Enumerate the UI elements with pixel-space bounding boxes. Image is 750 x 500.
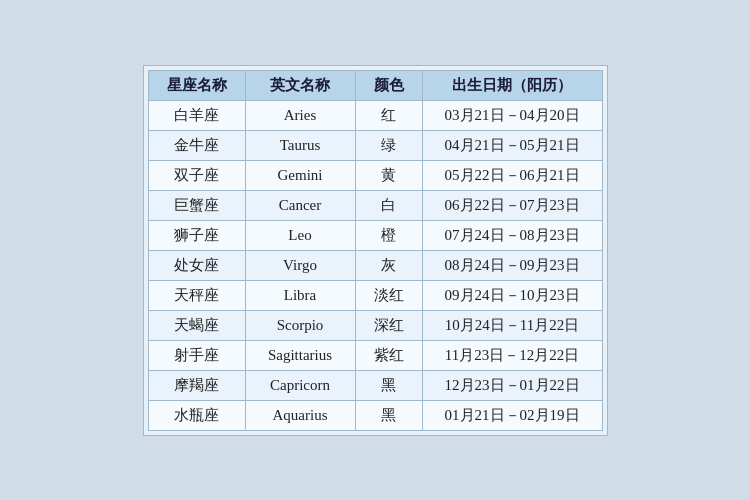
table-row: 双子座Gemini黄05月22日－06月21日 bbox=[148, 160, 602, 190]
cell-date: 03月21日－04月20日 bbox=[422, 100, 602, 130]
cell-zh: 水瓶座 bbox=[148, 400, 245, 430]
cell-en: Cancer bbox=[245, 190, 355, 220]
zodiac-table-container: 星座名称 英文名称 颜色 出生日期（阳历） 白羊座Aries红03月21日－04… bbox=[143, 65, 608, 436]
header-date: 出生日期（阳历） bbox=[422, 70, 602, 100]
cell-zh: 摩羯座 bbox=[148, 370, 245, 400]
cell-en: Leo bbox=[245, 220, 355, 250]
header-zh: 星座名称 bbox=[148, 70, 245, 100]
cell-color: 灰 bbox=[355, 250, 422, 280]
cell-en: Gemini bbox=[245, 160, 355, 190]
table-row: 摩羯座Capricorn黑12月23日－01月22日 bbox=[148, 370, 602, 400]
cell-date: 01月21日－02月19日 bbox=[422, 400, 602, 430]
cell-zh: 天秤座 bbox=[148, 280, 245, 310]
cell-date: 06月22日－07月23日 bbox=[422, 190, 602, 220]
table-row: 天蝎座Scorpio深红10月24日－11月22日 bbox=[148, 310, 602, 340]
cell-en: Sagittarius bbox=[245, 340, 355, 370]
cell-en: Taurus bbox=[245, 130, 355, 160]
table-row: 水瓶座Aquarius黑01月21日－02月19日 bbox=[148, 400, 602, 430]
cell-en: Scorpio bbox=[245, 310, 355, 340]
cell-date: 12月23日－01月22日 bbox=[422, 370, 602, 400]
table-row: 白羊座Aries红03月21日－04月20日 bbox=[148, 100, 602, 130]
cell-date: 07月24日－08月23日 bbox=[422, 220, 602, 250]
table-row: 处女座Virgo灰08月24日－09月23日 bbox=[148, 250, 602, 280]
cell-en: Libra bbox=[245, 280, 355, 310]
cell-date: 10月24日－11月22日 bbox=[422, 310, 602, 340]
cell-zh: 双子座 bbox=[148, 160, 245, 190]
header-en: 英文名称 bbox=[245, 70, 355, 100]
table-header-row: 星座名称 英文名称 颜色 出生日期（阳历） bbox=[148, 70, 602, 100]
cell-date: 08月24日－09月23日 bbox=[422, 250, 602, 280]
cell-color: 绿 bbox=[355, 130, 422, 160]
table-row: 天秤座Libra淡红09月24日－10月23日 bbox=[148, 280, 602, 310]
table-row: 射手座Sagittarius紫红11月23日－12月22日 bbox=[148, 340, 602, 370]
cell-zh: 白羊座 bbox=[148, 100, 245, 130]
cell-color: 黑 bbox=[355, 370, 422, 400]
header-color: 颜色 bbox=[355, 70, 422, 100]
cell-color: 黄 bbox=[355, 160, 422, 190]
cell-color: 深红 bbox=[355, 310, 422, 340]
cell-en: Capricorn bbox=[245, 370, 355, 400]
cell-color: 淡红 bbox=[355, 280, 422, 310]
cell-zh: 射手座 bbox=[148, 340, 245, 370]
cell-date: 05月22日－06月21日 bbox=[422, 160, 602, 190]
table-row: 狮子座Leo橙07月24日－08月23日 bbox=[148, 220, 602, 250]
cell-color: 紫红 bbox=[355, 340, 422, 370]
cell-date: 04月21日－05月21日 bbox=[422, 130, 602, 160]
cell-color: 红 bbox=[355, 100, 422, 130]
cell-en: Aries bbox=[245, 100, 355, 130]
table-row: 巨蟹座Cancer白06月22日－07月23日 bbox=[148, 190, 602, 220]
cell-zh: 天蝎座 bbox=[148, 310, 245, 340]
cell-date: 09月24日－10月23日 bbox=[422, 280, 602, 310]
table-row: 金牛座Taurus绿04月21日－05月21日 bbox=[148, 130, 602, 160]
cell-color: 黑 bbox=[355, 400, 422, 430]
cell-zh: 狮子座 bbox=[148, 220, 245, 250]
cell-date: 11月23日－12月22日 bbox=[422, 340, 602, 370]
cell-color: 白 bbox=[355, 190, 422, 220]
cell-zh: 处女座 bbox=[148, 250, 245, 280]
cell-en: Aquarius bbox=[245, 400, 355, 430]
cell-zh: 金牛座 bbox=[148, 130, 245, 160]
cell-color: 橙 bbox=[355, 220, 422, 250]
cell-en: Virgo bbox=[245, 250, 355, 280]
zodiac-table: 星座名称 英文名称 颜色 出生日期（阳历） 白羊座Aries红03月21日－04… bbox=[148, 70, 603, 431]
cell-zh: 巨蟹座 bbox=[148, 190, 245, 220]
